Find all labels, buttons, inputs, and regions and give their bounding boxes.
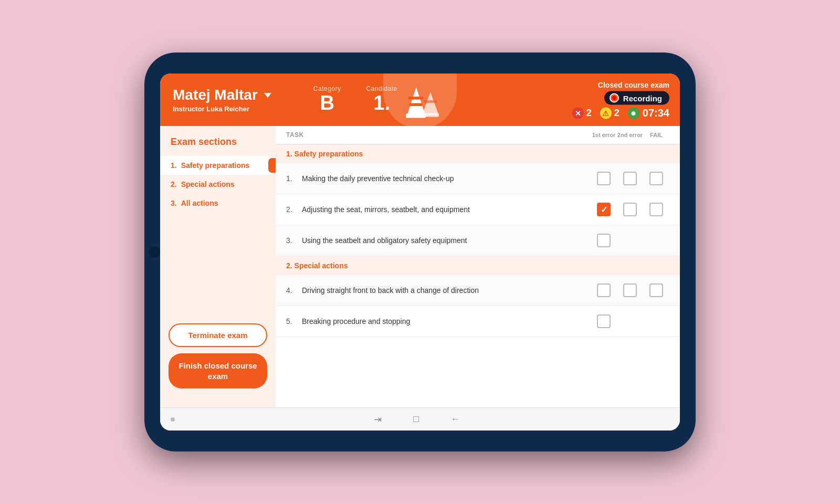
sidebar-item-label-1: Safety preparations [181, 161, 250, 170]
svg-rect-5 [408, 97, 424, 99]
home-icon[interactable]: □ [413, 414, 419, 425]
checkbox-2-3[interactable] [649, 203, 663, 216]
task-text-1: Making the daily preventive technical ch… [302, 174, 591, 183]
traffic-cone-icon [396, 78, 444, 125]
task-num-5: 5. [286, 317, 297, 326]
checkbox-cell-2-2[interactable] [617, 203, 643, 216]
tablet-screen: Matej Maltar Instructor Luka Reicher Cat… [160, 74, 680, 430]
sidebar: Exam sections 1. Safety preparations 2. … [160, 126, 276, 407]
main-content: TASK 1st error 2nd error FAIL 1. Safety … [276, 126, 680, 407]
recording-badge: Recording [604, 91, 669, 105]
yellow-error-badge: ⚠ 2 [600, 107, 620, 119]
active-indicator [268, 158, 276, 173]
bottom-icons: ⇥ □ ← [374, 414, 460, 425]
checkbox-cell-2-1[interactable] [591, 203, 617, 216]
table-row: 5. Breaking procedure and stopping [276, 306, 680, 337]
checkbox-cell-1-2[interactable] [617, 172, 643, 185]
back-icon[interactable]: ← [450, 414, 460, 425]
checkbox-3-1[interactable] [597, 234, 611, 247]
task-num-3: 3. [286, 236, 297, 245]
app-body: Exam sections 1. Safety preparations 2. … [160, 126, 680, 407]
task-num-4: 4. [286, 286, 297, 295]
recording-dot [610, 93, 619, 103]
checkbox-5-1[interactable] [597, 314, 611, 328]
sidebar-item-number-3: 3. [171, 199, 177, 207]
checkbox-cell-1-1[interactable] [591, 172, 617, 185]
table-row: 4. Driving straight front to back with a… [276, 275, 680, 306]
header-right: Closed course exam Recording ✕ 2 ⚠ 2 [572, 81, 669, 119]
svg-marker-0 [422, 92, 439, 116]
status-dot [171, 417, 175, 422]
table-row: 1. Making the daily preventive technical… [276, 163, 680, 194]
bottom-bar: ⇥ □ ← [160, 407, 680, 430]
instructor-label: Instructor Luka Reicher [173, 105, 271, 113]
checkbox-2-2[interactable] [623, 203, 637, 216]
checkbox-4-3[interactable] [649, 284, 663, 297]
svg-marker-3 [407, 87, 426, 117]
checkbox-4-1[interactable] [597, 284, 611, 297]
task-num-1: 1. [286, 174, 297, 183]
instructor-name[interactable]: Matej Maltar [173, 87, 271, 103]
checkbox-1-2[interactable] [623, 172, 637, 185]
dropdown-icon[interactable] [264, 93, 271, 98]
col3-header: FAIL [643, 132, 669, 138]
header-stats-row: ✕ 2 ⚠ 2 ◉ 07:34 [572, 107, 669, 119]
table-row: 3. Using the seatbelt and obligatory saf… [276, 225, 680, 256]
task-text-2: Adjusting the seat, mirrors, seatbelt, a… [302, 205, 591, 214]
svg-rect-4 [406, 113, 426, 118]
sidebar-section-title: Exam sections [160, 136, 276, 156]
terminate-exam-button[interactable]: Terminate exam [169, 323, 267, 347]
sidebar-item-safety[interactable]: 1. Safety preparations [160, 156, 276, 175]
col1-header: 1st error [591, 132, 617, 138]
col2-header: 2nd error [617, 132, 643, 138]
yellow-warning-icon: ⚠ [600, 107, 612, 119]
sidebar-item-special[interactable]: 2. Special actions [160, 175, 276, 194]
checkbox-cell-4-2[interactable] [617, 284, 643, 297]
sidebar-item-number-1: 1. [171, 161, 177, 170]
task-text-3: Using the seatbelt and obligatory safety… [302, 236, 591, 245]
section-header-1: 1. Safety preparations [276, 144, 680, 163]
red-error-icon: ✕ [572, 107, 584, 119]
checkbox-cell-4-1[interactable] [591, 284, 617, 297]
checkbox-cell-1-3[interactable] [643, 172, 669, 185]
checkbox-1-1[interactable] [597, 172, 611, 185]
sidebar-item-number-2: 2. [171, 180, 177, 188]
sidebar-item-all[interactable]: 3. All actions [160, 194, 276, 213]
table-row: 2. Adjusting the seat, mirrors, seatbelt… [276, 194, 680, 225]
cone-decoration [383, 74, 457, 129]
checkbox-4-2[interactable] [623, 284, 637, 297]
tablet-shell: Matej Maltar Instructor Luka Reicher Cat… [144, 52, 696, 452]
sidebar-item-label-2: Special actions [181, 180, 235, 188]
svg-rect-2 [424, 100, 437, 103]
checkbox-cell-3-1[interactable] [591, 234, 617, 247]
home-button[interactable] [149, 246, 160, 258]
finish-exam-button[interactable]: Finish closed course exam [169, 353, 267, 388]
timer-badge: ◉ 07:34 [628, 107, 669, 119]
checkbox-cell-2-3[interactable] [643, 203, 669, 216]
svg-rect-6 [409, 103, 422, 106]
task-num-2: 2. [286, 205, 297, 214]
checkbox-2-1[interactable] [597, 203, 611, 216]
exam-type-label: Closed course exam [598, 81, 669, 89]
red-error-badge: ✕ 2 [572, 107, 592, 119]
checkbox-cell-5-1[interactable] [591, 314, 617, 328]
category-stat: Category B [313, 85, 341, 114]
checkbox-cell-4-3[interactable] [643, 284, 669, 297]
task-header-row: TASK 1st error 2nd error FAIL [276, 126, 680, 144]
task-text-5: Breaking procedure and stopping [302, 317, 591, 326]
header-left: Matej Maltar Instructor Luka Reicher [173, 87, 271, 113]
section-header-2: 2. Special actions [276, 256, 680, 275]
timer-icon: ◉ [628, 107, 639, 119]
tab-icon[interactable]: ⇥ [374, 414, 382, 425]
task-col-header: TASK [286, 131, 591, 139]
checkbox-1-3[interactable] [649, 172, 663, 185]
app-header: Matej Maltar Instructor Luka Reicher Cat… [160, 74, 680, 126]
task-text-4: Driving straight front to back with a ch… [302, 286, 591, 295]
sidebar-item-label-3: All actions [181, 199, 218, 207]
